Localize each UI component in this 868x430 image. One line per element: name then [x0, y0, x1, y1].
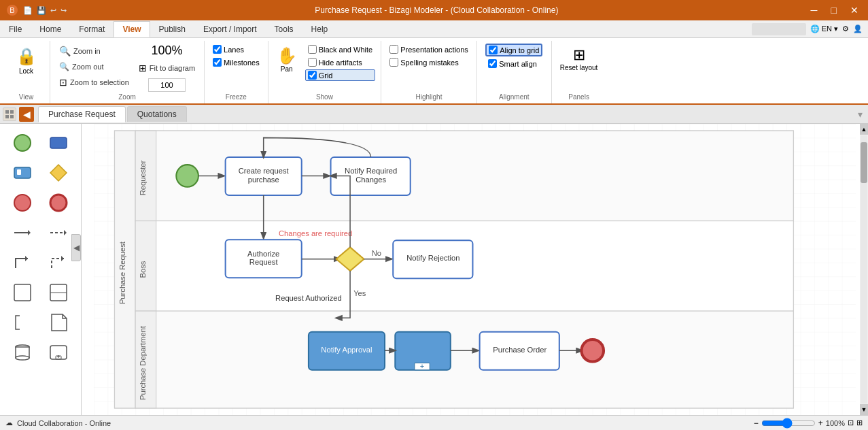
scroll-down-button[interactable]: ▼ — [860, 404, 868, 415]
maximize-button[interactable]: □ — [827, 3, 841, 17]
tabs-scroll-right[interactable]: ▾ — [858, 109, 863, 120]
presentation-actions-checkbox-row[interactable]: Presentation actions — [387, 44, 471, 55]
spelling-checkbox-row[interactable]: Spelling mistakes — [387, 56, 471, 68]
lane-pd-bg — [135, 311, 793, 408]
zoom-input[interactable] — [148, 78, 186, 92]
zoom-out-icon: 🔍 — [59, 62, 69, 71]
svg-point-12 — [50, 195, 67, 211]
back-button[interactable]: ◀ — [19, 107, 34, 122]
align-to-grid-checkbox-row[interactable]: Align to grid — [485, 44, 542, 56]
diagrams-panel-button[interactable] — [3, 108, 16, 121]
spelling-label: Spelling mistakes — [400, 59, 459, 67]
language-btn[interactable]: 🌐 EN ▾ — [810, 24, 838, 33]
zoom-out-button[interactable]: 🔍 Zoom out — [56, 60, 133, 73]
window-controls[interactable]: ─ □ ✕ — [807, 3, 863, 17]
spelling-checkbox[interactable] — [389, 58, 398, 67]
palette-dashed-sequence[interactable] — [42, 219, 76, 246]
menu-format[interactable]: Format — [70, 21, 114, 37]
menu-publish[interactable]: Publish — [150, 21, 194, 37]
status-left: ☁ Cloud Collaboration - Online — [5, 418, 111, 427]
lock-button[interactable]: 🔒 Lock — [10, 44, 43, 78]
palette-data-object[interactable] — [42, 309, 76, 336]
svg-marker-10 — [50, 165, 67, 181]
layout-button[interactable]: ⊞ — [856, 418, 863, 427]
menu-home[interactable]: Home — [31, 21, 70, 37]
tab-purchase-request[interactable]: Purchase Request — [38, 106, 126, 122]
zoom-in-status-button[interactable]: + — [818, 418, 823, 428]
left-panel-collapse-button[interactable]: ◀ — [71, 234, 81, 261]
menu-help[interactable]: Help — [302, 21, 337, 37]
search-box[interactable] — [752, 23, 806, 35]
palette-intermediate-event[interactable] — [5, 159, 39, 186]
palette-dashed-corner[interactable] — [42, 249, 76, 276]
bw-checkbox[interactable] — [308, 45, 317, 54]
palette-boundary-event[interactable] — [5, 189, 39, 216]
app-icon: B — [5, 3, 19, 17]
lanes-checkbox[interactable] — [213, 45, 222, 54]
palette-data-store[interactable] — [5, 339, 39, 366]
palette-lane[interactable] — [42, 279, 76, 306]
presentation-actions-checkbox[interactable] — [389, 45, 398, 54]
show-group-label: Show — [274, 92, 375, 101]
fit-page-button[interactable]: ⊡ — [848, 418, 854, 427]
lanes-checkbox-row[interactable]: Lanes — [210, 44, 262, 55]
svg-point-6 — [14, 135, 31, 151]
zoom-selection-icon: ⊡ — [59, 77, 67, 88]
svg-text:Authorize: Authorize — [247, 250, 279, 258]
close-button[interactable]: ✕ — [846, 3, 863, 17]
scroll-up-button[interactable]: ▲ — [860, 124, 868, 135]
scroll-thumb[interactable] — [861, 142, 867, 183]
canvas-area: Purchase Request Requester Boss Purchase… — [82, 124, 868, 415]
grid-checkbox-row[interactable]: Grid — [305, 69, 375, 81]
bw-checkbox-row[interactable]: Black and White — [305, 44, 375, 55]
svg-text:B: B — [10, 6, 14, 14]
hide-artifacts-checkbox[interactable] — [308, 58, 317, 67]
tabs-bar: ◀ Purchase Request Quotations ▾ — [0, 105, 868, 124]
menu-tools[interactable]: Tools — [266, 21, 302, 37]
svg-text:Notify Rejection: Notify Rejection — [406, 254, 459, 262]
menu-file[interactable]: File — [0, 21, 31, 37]
main-content: ◀ Purchase Request Requester Bo — [0, 124, 868, 415]
palette-start-event[interactable] — [5, 129, 39, 156]
zoom-in-button[interactable]: 🔍 Zoom in — [56, 44, 133, 59]
start-event[interactable] — [176, 165, 198, 187]
hide-artifacts-checkbox-row[interactable]: Hide artifacts — [305, 56, 375, 68]
svg-text:Changes are required: Changes are required — [279, 229, 352, 237]
menu-export-import[interactable]: Export / Import — [194, 21, 266, 37]
palette-task[interactable] — [42, 129, 76, 156]
end-event[interactable] — [581, 340, 604, 362]
alignment-group-label: Alignment — [483, 92, 546, 101]
palette-gateway[interactable] — [42, 159, 76, 186]
smart-align-checkbox[interactable] — [488, 59, 497, 68]
cloud-status: Cloud Collaboration - Online — [17, 419, 111, 427]
zoom-to-selection-button[interactable]: ⊡ Zoom to selection — [56, 75, 133, 90]
grid-checkbox[interactable] — [308, 71, 317, 80]
palette-sequence[interactable] — [5, 219, 39, 246]
zoom-out-status-button[interactable]: − — [754, 418, 759, 428]
zoom-percent-display: 100% — [151, 44, 182, 58]
zoom-percent-status: 100% — [826, 419, 845, 427]
ribbon-group-panels: ⊞ Reset layout Panels — [552, 41, 606, 103]
milestones-checkbox[interactable] — [213, 58, 222, 67]
pan-button[interactable]: ✋ Pan — [274, 44, 300, 76]
smart-align-checkbox-row[interactable]: Smart align — [485, 58, 542, 69]
align-to-grid-checkbox[interactable] — [489, 46, 498, 54]
minimize-button[interactable]: ─ — [807, 3, 822, 17]
palette-end-event[interactable] — [42, 189, 76, 216]
palette-subprocess-collapsed[interactable] — [42, 339, 76, 366]
palette-annotation[interactable] — [5, 309, 39, 336]
zoom-slider[interactable] — [761, 418, 816, 429]
user-icon[interactable]: 👤 — [853, 24, 863, 33]
fit-to-diagram-button[interactable]: ⊞ Fit to diagram — [135, 61, 198, 76]
svg-rect-19 — [14, 284, 31, 301]
palette-corner-connector[interactable] — [5, 249, 39, 276]
reset-layout-button[interactable]: ⊞ Reset layout — [557, 44, 601, 74]
bw-label: Black and White — [319, 46, 372, 54]
settings-icon[interactable]: ⚙ — [842, 24, 849, 33]
tab-quotations[interactable]: Quotations — [127, 106, 187, 122]
smart-align-label: Smart align — [499, 60, 537, 68]
vertical-scrollbar[interactable]: ▲ ▼ — [860, 124, 868, 415]
milestones-checkbox-row[interactable]: Milestones — [210, 56, 262, 68]
menu-view[interactable]: View — [114, 21, 150, 37]
palette-pool[interactable] — [5, 279, 39, 306]
